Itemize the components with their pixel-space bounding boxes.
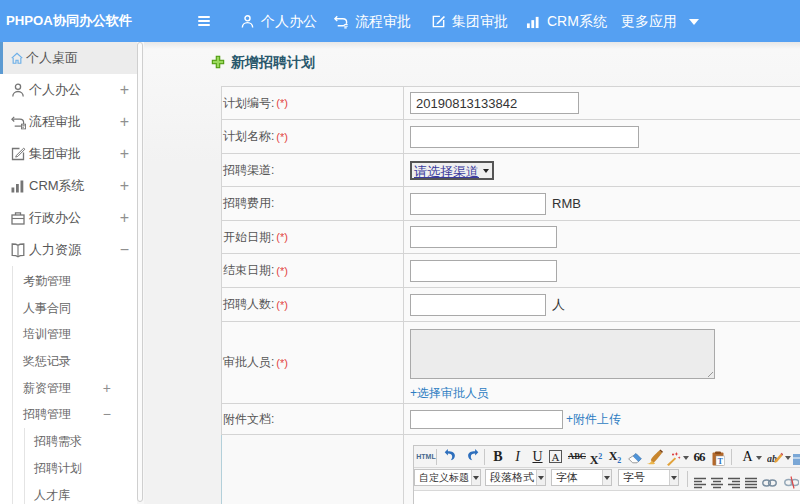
svg-text:T: T <box>718 457 724 466</box>
